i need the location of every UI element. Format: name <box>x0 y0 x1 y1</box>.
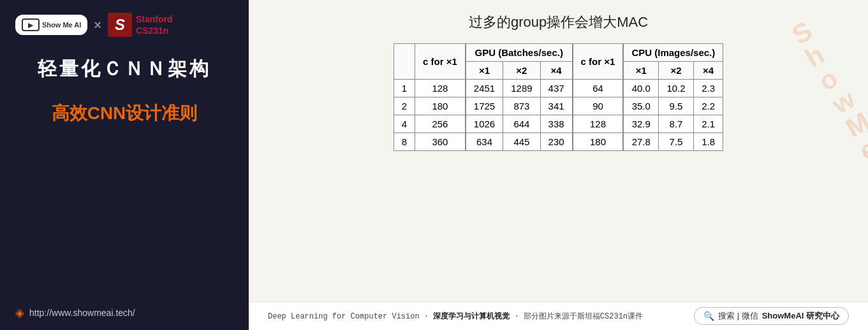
cell-cpu-x2: 7.5 <box>659 133 694 151</box>
showmeai-logo: ▶ Show Me Al <box>15 15 87 35</box>
cell-cpu-x1: 32.9 <box>623 115 658 133</box>
caption-bold: 深度学习与计算机视觉 <box>433 312 510 321</box>
col-header-gpu-x1: ×1 <box>466 62 503 80</box>
cell-cpu-x1: 27.8 <box>623 133 658 151</box>
cell-gpu-x1: 634 <box>466 133 503 151</box>
cell-c-for-x1-cpu: 90 <box>573 97 624 115</box>
sub-title: 高效CNN设计准则 <box>15 101 233 126</box>
cell-cpu-x4: 2.2 <box>693 97 723 115</box>
cell-gpu-x4: 341 <box>540 97 573 115</box>
bottom-caption: Deep Learning for Computer Vision · 深度学习… <box>268 311 643 322</box>
cell-cpu-x4: 2.3 <box>693 80 723 97</box>
cell-g: 8 <box>394 133 415 151</box>
col-header-c-for-x1-cpu: c for ×1 <box>573 44 624 80</box>
col-header-cpu-x1: ×1 <box>623 62 658 80</box>
col-header-g <box>394 44 415 80</box>
website-url: http://www.showmeai.tech/ <box>29 308 135 318</box>
showmeai-icon-box: ▶ <box>22 18 40 31</box>
data-table: c for ×1 GPU (Batches/sec.) c for ×1 CPU… <box>394 43 724 151</box>
x-separator: × <box>94 18 101 32</box>
col-header-cpu-x2: ×2 <box>659 62 694 80</box>
watermark: ShowMeAI <box>788 15 868 212</box>
cell-c-for-x1: 360 <box>415 133 466 151</box>
cell-gpu-x1: 1026 <box>466 115 503 133</box>
table-row: 1 128 2451 1289 437 64 40.0 10.2 2.3 <box>394 80 723 97</box>
cell-c-for-x1-cpu: 128 <box>573 115 624 133</box>
cell-g: 1 <box>394 80 415 97</box>
table-row: 8 360 634 445 230 180 27.8 7.5 1.8 <box>394 133 723 151</box>
content-area: ShowMeAI 过多的group操作会增大MAC c for ×1 GPU (… <box>249 0 868 330</box>
table-row: 4 256 1026 644 338 128 32.9 8.7 2.1 <box>394 115 723 133</box>
cell-cpu-x4: 1.8 <box>693 133 723 151</box>
search-label: 搜索 | 微信 <box>718 310 758 322</box>
col-header-gpu: GPU (Batches/sec.) <box>466 44 573 62</box>
website-icon: ◈ <box>15 306 24 320</box>
cell-gpu-x2: 873 <box>503 97 540 115</box>
col-header-gpu-x2: ×2 <box>503 62 540 80</box>
stanford-text: Stanford CS231n <box>136 13 173 36</box>
cell-gpu-x4: 338 <box>540 115 573 133</box>
search-brand: ShowMeAI 研究中心 <box>762 310 839 322</box>
bottom-bar: Deep Learning for Computer Vision · 深度学习… <box>249 301 868 330</box>
cell-cpu-x1: 40.0 <box>623 80 658 97</box>
stanford-s-icon: S <box>108 13 132 37</box>
search-box[interactable]: 🔍 搜索 | 微信 ShowMeAI 研究中心 <box>694 307 849 325</box>
cell-c-for-x1-cpu: 64 <box>573 80 624 97</box>
sidebar: ▶ Show Me Al × S Stanford CS231n 轻量化ＣＮＮ架… <box>0 0 249 330</box>
col-header-gpu-x4: ×4 <box>540 62 573 80</box>
search-icon: 🔍 <box>703 311 714 321</box>
caption-normal2: · 部分图片来源于斯坦福CS231n课件 <box>510 312 643 321</box>
cell-gpu-x1: 2451 <box>466 80 503 97</box>
cell-c-for-x1: 128 <box>415 80 466 97</box>
website-row: ◈ http://www.showmeai.tech/ <box>15 306 135 320</box>
stanford-logo: S Stanford CS231n <box>108 13 173 37</box>
table-row: 2 180 1725 873 341 90 35.0 9.5 2.2 <box>394 97 723 115</box>
main-title: 轻量化ＣＮＮ架构 <box>15 56 233 82</box>
cell-gpu-x2: 445 <box>503 133 540 151</box>
cell-cpu-x2: 10.2 <box>659 80 694 97</box>
cell-c-for-x1: 180 <box>415 97 466 115</box>
cell-c-for-x1-cpu: 180 <box>573 133 624 151</box>
cell-gpu-x4: 437 <box>540 80 573 97</box>
cell-cpu-x2: 9.5 <box>659 97 694 115</box>
slide-title: 过多的group操作会增大MAC <box>469 13 648 32</box>
cell-gpu-x1: 1725 <box>466 97 503 115</box>
cell-c-for-x1: 256 <box>415 115 466 133</box>
showmeai-play-icon: ▶ <box>28 22 33 29</box>
logo-row: ▶ Show Me Al × S Stanford CS231n <box>15 13 233 37</box>
cell-g: 4 <box>394 115 415 133</box>
cell-gpu-x2: 644 <box>503 115 540 133</box>
content-main: ShowMeAI 过多的group操作会增大MAC c for ×1 GPU (… <box>249 0 868 301</box>
col-header-c-for-x1: c for ×1 <box>415 44 466 80</box>
col-header-cpu-x4: ×4 <box>693 62 723 80</box>
cell-gpu-x2: 1289 <box>503 80 540 97</box>
cell-cpu-x1: 35.0 <box>623 97 658 115</box>
cell-cpu-x2: 8.7 <box>659 115 694 133</box>
cell-cpu-x4: 2.1 <box>693 115 723 133</box>
cell-g: 2 <box>394 97 415 115</box>
col-header-cpu: CPU (Images/sec.) <box>623 44 723 62</box>
caption-normal: Deep Learning for Computer Vision · <box>268 312 433 321</box>
showmeai-text: Show Me Al <box>42 21 81 29</box>
cell-gpu-x4: 230 <box>540 133 573 151</box>
